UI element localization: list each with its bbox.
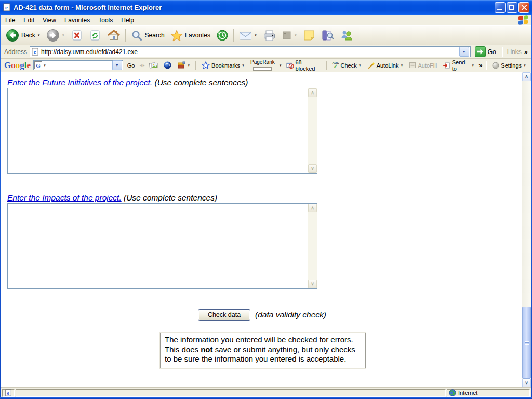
- earth-button[interactable]: [162, 61, 173, 70]
- back-dropdown-caret[interactable]: ▼: [37, 34, 41, 37]
- gadgets-icon: [177, 61, 185, 69]
- menu-edit[interactable]: Edit: [19, 15, 38, 25]
- impacts-hint: (Use complete sentences): [124, 193, 217, 202]
- back-button[interactable]: Back ▼: [3, 28, 43, 43]
- scroll-up-button[interactable]: ∧: [522, 72, 531, 81]
- impacts-textarea-frame: ∧ ∨: [7, 203, 317, 289]
- google-logo: Google: [4, 61, 31, 70]
- edit-button: ▼: [279, 29, 300, 42]
- messenger-button[interactable]: [337, 28, 356, 43]
- photos-button[interactable]: [148, 61, 159, 70]
- g-dropdown-caret[interactable]: ▼: [43, 64, 46, 67]
- research-button[interactable]: [318, 28, 337, 43]
- wand-icon: [367, 62, 375, 69]
- refresh-icon: [89, 29, 101, 42]
- history-icon: [216, 29, 229, 42]
- restore-button[interactable]: [507, 2, 517, 13]
- minimize-button[interactable]: [495, 2, 506, 13]
- security-zone-cell: Internet: [447, 389, 530, 397]
- forward-icon: [46, 29, 60, 42]
- menu-view[interactable]: View: [38, 15, 60, 25]
- scroll-down-button[interactable]: ∨: [308, 280, 317, 288]
- standard-toolbar: Back ▼ ▼: [1, 25, 531, 45]
- status-bar: e Internet: [1, 388, 531, 397]
- stop-button[interactable]: [68, 28, 86, 43]
- scroll-up-button[interactable]: ∧: [308, 204, 317, 212]
- sendto-button[interactable]: Send to ▼: [441, 59, 476, 72]
- scrollbar-thumb[interactable]: [522, 307, 531, 379]
- settings-button[interactable]: Settings ▼: [490, 61, 528, 70]
- internet-globe-icon: [449, 389, 456, 396]
- pagerank-bar: [253, 67, 272, 71]
- mail-dropdown-caret[interactable]: ▼: [254, 34, 257, 37]
- search-label: Search: [145, 32, 165, 39]
- links-label[interactable]: Links: [507, 48, 522, 56]
- browser-window: e AD-421 data form - Microsoft Internet …: [0, 0, 532, 399]
- address-input[interactable]: e http://daisy.uvm.edu/efd/ad421.exe ▼: [30, 46, 471, 57]
- links-chevron[interactable]: »: [524, 48, 528, 56]
- forward-button[interactable]: ▼: [44, 28, 68, 43]
- menu-favorites[interactable]: Favorites: [60, 15, 94, 25]
- mail-button[interactable]: ▼: [236, 30, 260, 42]
- autolink-button[interactable]: AutoLink ▼: [366, 61, 405, 70]
- url-text[interactable]: http://daisy.uvm.edu/efd/ad421.exe: [41, 48, 459, 56]
- history-button[interactable]: [214, 28, 231, 43]
- pagerank-caret[interactable]: ▼: [279, 64, 282, 67]
- note-icon: [303, 29, 315, 42]
- autofill-button: AutoFill: [407, 61, 438, 69]
- ie-page-icon: e: [3, 3, 11, 11]
- photos-icon: [149, 62, 158, 69]
- future-initiatives-textarea-frame: ∧ ∨: [7, 88, 317, 174]
- svg-text:e: e: [7, 390, 9, 396]
- page-scrollbar[interactable]: ∧ ∨: [522, 72, 531, 388]
- print-button[interactable]: [260, 29, 278, 43]
- future-initiatives-textarea[interactable]: [8, 88, 308, 173]
- scroll-up-button[interactable]: ∧: [308, 88, 317, 97]
- scroll-down-button[interactable]: ∨: [522, 379, 531, 388]
- earth-icon: [164, 61, 171, 69]
- google-go-button[interactable]: Go: [126, 62, 137, 69]
- info-box: The information you entered will be chec…: [160, 332, 366, 368]
- menu-bar: File Edit View Favorites Tools Help: [1, 15, 531, 25]
- menu-file[interactable]: File: [1, 15, 19, 25]
- toolbar-separator: [326, 61, 327, 70]
- spellcheck-button[interactable]: ABC ✓ Check ▼: [331, 61, 363, 70]
- google-g-icon: G: [34, 61, 42, 69]
- popup-blocker-button[interactable]: 68 blocked: [285, 59, 323, 72]
- back-icon: [6, 29, 19, 42]
- address-dropdown-button[interactable]: ▼: [459, 47, 469, 57]
- bookmarks-button[interactable]: Bookmarks ▼: [200, 61, 246, 70]
- sendto-icon: [443, 62, 450, 69]
- resize-grip-icon[interactable]: ◄►: [139, 63, 145, 67]
- edit-icon-disabled: [282, 30, 292, 41]
- go-button[interactable]: Go: [473, 45, 498, 58]
- discuss-button[interactable]: [300, 28, 318, 43]
- menu-help[interactable]: Help: [117, 15, 138, 25]
- impacts-textarea[interactable]: [8, 204, 308, 288]
- back-label: Back: [21, 32, 35, 39]
- scroll-down-button[interactable]: ∨: [308, 164, 317, 173]
- ie-page-icon: e: [5, 389, 12, 396]
- go-label: Go: [488, 48, 496, 56]
- home-button[interactable]: [104, 28, 123, 43]
- pagerank-button[interactable]: PageRank: [249, 59, 276, 71]
- print-icon: [263, 30, 276, 42]
- google-search-dropdown[interactable]: ▼: [112, 60, 122, 70]
- search-button[interactable]: Search: [128, 29, 167, 43]
- toolbar-separator: [195, 61, 196, 70]
- gadgets-button[interactable]: ▼: [176, 61, 192, 70]
- refresh-button[interactable]: [86, 28, 104, 43]
- more-buttons-chevron[interactable]: »: [478, 61, 482, 69]
- future-initiatives-link[interactable]: Enter the Future Initiatives of the proj…: [7, 78, 152, 87]
- impacts-link[interactable]: Enter the Impacts of the project.: [7, 193, 122, 202]
- google-search-input[interactable]: G ▼ ▼: [33, 60, 123, 70]
- close-button[interactable]: [518, 2, 529, 13]
- check-data-button[interactable]: Check data: [198, 309, 250, 321]
- textarea-scrollbar[interactable]: ∧ ∨: [308, 88, 317, 173]
- toolbar-separator: [502, 47, 503, 57]
- popup-blocked-icon: [286, 62, 294, 69]
- menu-tools[interactable]: Tools: [94, 15, 117, 25]
- autofill-icon-disabled: [409, 62, 416, 69]
- favorites-button[interactable]: Favorites: [168, 29, 213, 43]
- textarea-scrollbar[interactable]: ∧ ∨: [308, 204, 317, 288]
